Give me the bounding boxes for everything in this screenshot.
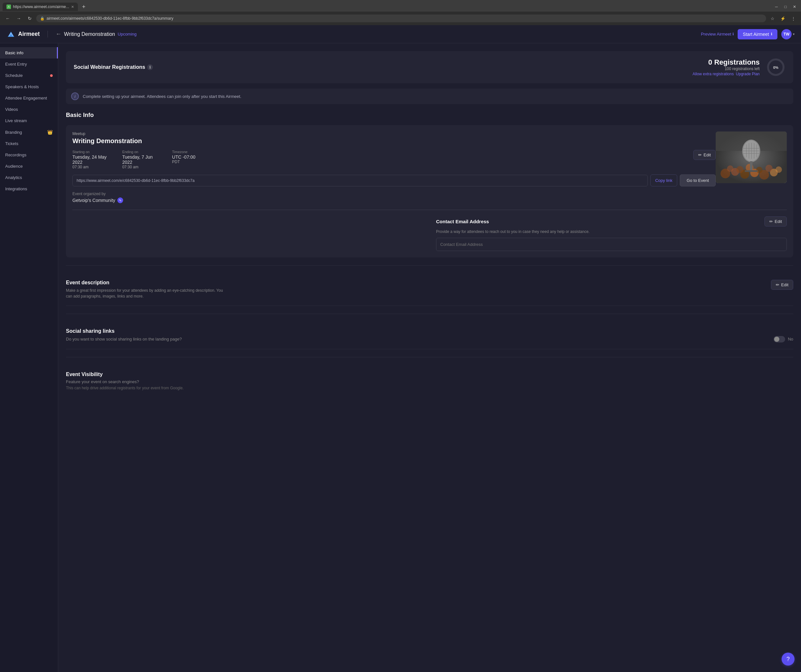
new-tab-btn[interactable]: + <box>79 2 88 11</box>
help-btn[interactable]: ? <box>782 653 795 666</box>
minimize-btn[interactable]: ─ <box>772 3 780 11</box>
sidebar-label-speakers-hosts: Speakers & Hosts <box>5 84 39 89</box>
address-bar[interactable]: 🔒 airmeet.com/airmeets/c6842530-db6d-11e… <box>36 14 766 22</box>
reg-card-right: 0 Registrations 100 registrations left A… <box>693 58 785 77</box>
sidebar-label-schedule: Schedule <box>5 73 23 78</box>
go-to-event-btn[interactable]: Go to Event <box>680 175 716 186</box>
tab-favicon: A <box>6 5 11 9</box>
forward-browser-btn[interactable]: → <box>14 14 23 23</box>
pencil-icon: ✏ <box>698 152 702 157</box>
sidebar-label-integrations: Integrations <box>5 186 27 191</box>
basic-info-divider <box>72 210 787 210</box>
date-cols: Starting on Tuesday, 24 May 2022 07:30 a… <box>72 150 209 169</box>
sidebar-item-analytics[interactable]: Analytics <box>0 172 58 183</box>
contact-email-desc: Provide a way for attendees to reach out… <box>436 229 787 234</box>
social-sharing-title: Social sharing links <box>66 328 793 334</box>
edit-basic-info-btn[interactable]: ✏ Edit <box>693 150 716 160</box>
sidebar-item-live-stream[interactable]: Live stream <box>0 115 58 126</box>
reg-title: Social Webinar Registrations ℹ <box>74 64 153 70</box>
start-label: Start Airmeet <box>743 32 769 37</box>
ending-col: Ending on Tuesday, 7 Jun 2022 07:30 am <box>122 150 159 169</box>
main-content: Social Webinar Registrations ℹ 0 Registr… <box>58 43 801 672</box>
contact-email-edit-btn[interactable]: ✏ Edit <box>764 217 787 226</box>
sidebar-item-integrations[interactable]: Integrations <box>0 183 58 194</box>
ending-label: Ending on <box>122 150 159 154</box>
sidebar-item-schedule[interactable]: Schedule <box>0 70 58 81</box>
svg-point-13 <box>737 166 743 173</box>
organizer-row: Event organized by Getvoip's Community ✎ <box>72 192 716 203</box>
sidebar-item-attendee-engagement[interactable]: Attendee Engagement <box>0 92 58 104</box>
toggle-knob <box>774 337 779 342</box>
extensions-btn[interactable]: ⚡ <box>778 14 787 23</box>
event-desc-edit-btn[interactable]: ✏ Edit <box>771 280 793 290</box>
organizer-name-text: Getvoip's Community <box>72 198 116 203</box>
go-to-event-label: Go to Event <box>687 178 709 183</box>
back-btn[interactable]: ← <box>56 31 61 37</box>
upgrade-plan-link[interactable]: Upgrade Plan <box>736 72 760 76</box>
maximize-btn[interactable]: □ <box>782 3 789 11</box>
header-right: Preview Airmeet ℹ Start Airmeet ℹ TW ▾ <box>701 29 795 39</box>
organizer-name: Getvoip's Community ✎ <box>72 197 716 203</box>
sidebar-item-event-entry[interactable]: Event Entry <box>0 58 58 70</box>
avatar-label: TW <box>783 32 790 37</box>
url-row: https://www.airmeet.com/e/c6842530-db6d-… <box>72 175 716 186</box>
avatar-chevron-icon: ▾ <box>793 32 795 36</box>
active-tab[interactable]: A https://www.airmeet.com/airme... ✕ <box>3 3 78 11</box>
sidebar-label-recordings: Recordings <box>5 152 26 157</box>
sidebar-item-speakers-hosts[interactable]: Speakers & Hosts <box>0 81 58 92</box>
sidebar-item-videos[interactable]: Videos <box>0 104 58 115</box>
header-left: Airmeet ← Writing Demonstration Upcoming <box>6 30 137 39</box>
sidebar-item-tickets[interactable]: Tickets <box>0 138 58 149</box>
contact-email-title: Contact Email Address <box>436 219 489 224</box>
reg-left: 100 registrations left <box>693 67 760 71</box>
svg-rect-30 <box>745 170 758 172</box>
tab-title: https://www.airmeet.com/airme... <box>13 5 69 9</box>
contact-email-input[interactable] <box>436 238 787 251</box>
starting-time: 07:30 am <box>72 165 109 169</box>
section-divider-2 <box>66 314 793 314</box>
verified-badge-icon: ✎ <box>117 197 123 203</box>
tab-close-btn[interactable]: ✕ <box>71 5 74 9</box>
sidebar-item-branding[interactable]: Branding 👑 <box>0 126 58 138</box>
event-visibility-desc: This can help drive additional registran… <box>66 385 793 391</box>
sidebar-item-recordings[interactable]: Recordings <box>0 149 58 160</box>
branding-crown-icon: 👑 <box>47 130 53 135</box>
contact-email-header: Contact Email Address ✏ Edit <box>436 217 787 226</box>
copy-link-btn[interactable]: Copy link <box>650 175 677 186</box>
app-header: Airmeet ← Writing Demonstration Upcoming… <box>0 25 801 43</box>
close-btn[interactable]: ✕ <box>791 3 798 11</box>
sidebar-item-basic-info[interactable]: Basic info <box>0 47 58 58</box>
pencil-desc-icon: ✏ <box>776 282 779 287</box>
basic-info-section-title: Basic Info <box>66 112 793 119</box>
menu-btn[interactable]: ⋮ <box>789 14 798 23</box>
svg-text:0%: 0% <box>773 66 778 69</box>
social-sharing-toggle[interactable] <box>774 336 785 342</box>
info-banner: i Complete setting up your airmeet. Atte… <box>66 88 793 104</box>
info-start-icon: ℹ <box>771 32 772 36</box>
timezone-col: Timezone UTC -07:00 PDT <box>172 150 209 169</box>
basic-info-text-content: Meetup Writing Demonstration Starting on… <box>72 132 716 203</box>
registration-card: Social Webinar Registrations ℹ 0 Registr… <box>66 51 793 83</box>
reg-info-icon[interactable]: ℹ <box>147 64 153 70</box>
edit-row: Starting on Tuesday, 24 May 2022 07:30 a… <box>72 150 716 169</box>
event-url-input[interactable]: https://www.airmeet.com/e/c6842530-db6d-… <box>72 175 648 186</box>
sidebar-item-audience[interactable]: Audience <box>0 160 58 172</box>
contact-edit-label: Edit <box>775 219 782 224</box>
preview-airmeet-btn[interactable]: Preview Airmeet ℹ <box>701 32 734 37</box>
event-visibility-label: Feature your event on search engines? <box>66 379 793 384</box>
info-circle-icon: ℹ <box>732 32 734 36</box>
event-title: Writing Demonstration <box>64 31 115 37</box>
start-airmeet-btn[interactable]: Start Airmeet ℹ <box>738 29 777 39</box>
back-browser-btn[interactable]: ← <box>3 14 12 23</box>
two-col-left-empty <box>72 217 423 251</box>
avatar-container[interactable]: TW ▾ <box>781 29 795 39</box>
sidebar-label-event-entry: Event Entry <box>5 62 27 67</box>
timezone-sub: PDT <box>172 160 209 164</box>
reg-count: 0 Registrations <box>693 58 760 67</box>
svg-rect-29 <box>750 161 753 171</box>
social-sharing-desc: Do you want to show social sharing links… <box>66 337 182 342</box>
airmeet-logo-icon <box>6 30 16 39</box>
bookmark-star-btn[interactable]: ☆ <box>768 14 777 23</box>
reload-btn[interactable]: ↻ <box>25 14 34 23</box>
event-desc-title: Event description <box>66 280 228 285</box>
